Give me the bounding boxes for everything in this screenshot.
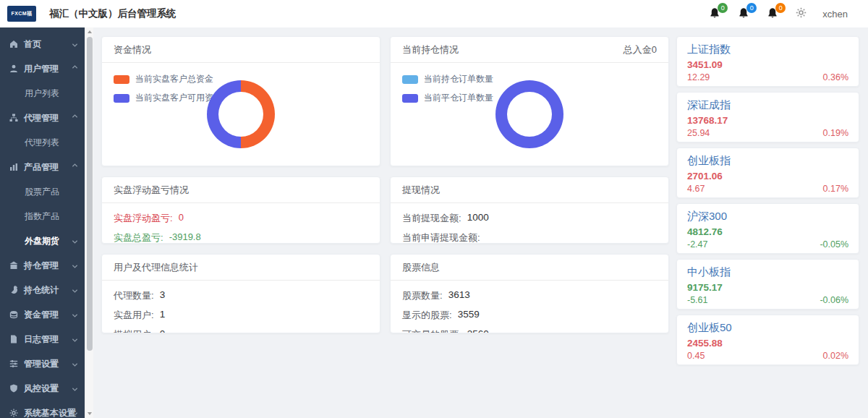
notification-badge: 0 — [746, 3, 757, 13]
sidebar-item-index-products[interactable]: 指数产品 — [0, 204, 85, 229]
positions-donut-chart[interactable] — [495, 80, 563, 148]
card-title: 用户及代理信息统计 — [114, 261, 198, 274]
sidebar-item-position-management[interactable]: 持仓管理 — [0, 253, 85, 278]
sidebar-item-product-management[interactable]: 产品管理 — [0, 155, 85, 179]
legend-item[interactable]: 当前平仓订单数量 — [402, 92, 493, 104]
sidebar-item-admin-settings[interactable]: 管理设置 — [0, 351, 85, 376]
index-change: -5.61 — [687, 295, 708, 305]
index-card-sse: 上证指数 3451.09 12.29 0.36% — [676, 36, 859, 87]
index-value: 4812.76 — [687, 226, 848, 237]
funds-donut-chart[interactable] — [207, 80, 275, 148]
index-name: 深证成指 — [687, 98, 848, 112]
stock-info-card: 股票信息 股票数量:3613 显示的股票:3559 可交易的股票:3560 — [390, 254, 669, 333]
legend-item[interactable]: 当前实盘客户可用资金 — [114, 92, 222, 104]
scroll-up-arrow[interactable] — [85, 27, 94, 36]
shown-stocks-line: 显示的股票:3559 — [402, 309, 657, 322]
chevron-down-icon — [72, 262, 78, 268]
index-name: 沪深300 — [687, 210, 848, 223]
chevron-down-icon — [72, 311, 78, 317]
sidebar-item-home[interactable]: 首页 — [0, 32, 85, 56]
floating-pnl-line: 实盘浮动盈亏:0 — [114, 212, 368, 225]
notification-bell-1[interactable]: 0 — [709, 7, 722, 20]
card-title: 实盘浮动盈亏情况 — [114, 184, 189, 197]
index-value: 13768.17 — [687, 115, 848, 126]
user-agent-stats-card: 用户及代理信息统计 代理数量:3 实盘用户:1 模拟用户:0 — [101, 254, 380, 333]
real-users-line: 实盘用户:1 — [114, 309, 368, 322]
index-percent: 0.19% — [823, 128, 848, 138]
legend-item[interactable]: 当前持仓订单数量 — [402, 73, 493, 85]
card-title: 资金情况 — [114, 43, 151, 56]
funds-icon — [9, 310, 19, 320]
withdraw-request-line: 当前申请提现金额: — [402, 231, 657, 244]
index-change: 4.67 — [687, 184, 705, 194]
position-icon — [9, 261, 19, 270]
index-value: 3451.09 — [687, 59, 848, 70]
chevron-down-icon — [72, 40, 78, 47]
page-scrollbar[interactable] — [85, 27, 93, 418]
index-value: 2701.06 — [687, 171, 848, 182]
index-name: 创业板50 — [687, 321, 848, 335]
sidebar-item-foreign-futures[interactable]: 外盘期货 — [0, 229, 85, 253]
index-percent: 0.36% — [823, 72, 848, 82]
sidebar-item-risk-settings[interactable]: 风控设置 — [0, 376, 85, 401]
chevron-down-icon — [72, 336, 78, 342]
index-card-chinext50: 创业板50 2455.88 0.45 0.02% — [676, 315, 859, 365]
sidebar-item-funds-management[interactable]: 资金管理 — [0, 302, 85, 327]
index-percent: 0.17% — [823, 184, 848, 194]
card-title: 股票信息 — [402, 261, 440, 274]
sidebar-item-agent-list[interactable]: 代理列表 — [0, 130, 85, 155]
username[interactable]: xchen — [822, 9, 848, 20]
withdraw-card: 提现情况 当前提现金额:1000 当前申请提现金额: — [390, 176, 669, 244]
legend-swatch — [114, 75, 129, 84]
total-pnl-line: 实盘总盈亏:-3919.8 — [114, 231, 368, 244]
stock-count-line: 股票数量:3613 — [402, 289, 657, 302]
notification-bell-2[interactable]: 0 — [738, 7, 751, 20]
chevron-down-icon — [72, 385, 78, 391]
sidebar-item-system-settings[interactable]: 系统基本设置 — [0, 401, 85, 418]
chevron-up-icon — [72, 114, 78, 121]
app-title: 福汇（中文版）后台管理系统 — [49, 7, 176, 20]
index-change: -2.47 — [687, 239, 708, 249]
manage-icon — [9, 359, 19, 369]
product-icon — [9, 163, 19, 172]
index-card-chinext: 创业板指 2701.06 4.67 0.17% — [676, 148, 859, 198]
sidebar-item-user-management[interactable]: 用户管理 — [0, 56, 85, 81]
scrollbar-thumb[interactable] — [87, 37, 93, 351]
positions-card: 当前持仓情况 总入金0 当前持仓订单数量 当前平仓订单数量 — [390, 36, 669, 166]
notification-badge: 0 — [775, 3, 786, 13]
settings-gear-icon[interactable] — [796, 7, 807, 21]
chevron-down-icon — [72, 360, 78, 367]
card-title: 提现情况 — [402, 184, 440, 197]
legend-swatch — [402, 94, 418, 103]
chevron-up-icon — [72, 65, 78, 72]
user-icon — [9, 64, 19, 74]
agent-count-line: 代理数量:3 — [114, 289, 368, 302]
sidebar-item-stock-products[interactable]: 股票产品 — [0, 179, 85, 204]
demo-users-line: 模拟用户:0 — [114, 328, 368, 333]
index-card-szse: 深证成指 13768.17 25.94 0.19% — [676, 92, 859, 142]
sidebar-item-position-stats[interactable]: 持仓统计 — [0, 278, 85, 302]
legend-swatch — [402, 75, 418, 84]
sidebar-item-log-management[interactable]: 日志管理 — [0, 327, 85, 351]
withdraw-amount-line: 当前提现金额:1000 — [402, 212, 657, 225]
floating-pnl-card: 实盘浮动盈亏情况 实盘浮动盈亏:0 实盘总盈亏:-3919.8 — [101, 176, 380, 244]
index-change: 0.45 — [687, 351, 705, 361]
legend-item[interactable]: 当前实盘客户总资金 — [114, 73, 222, 85]
index-percent: -0.06% — [820, 295, 848, 305]
total-deposit-label: 总入金0 — [624, 43, 657, 56]
notification-bell-3[interactable]: 0 — [767, 7, 780, 20]
funds-card: 资金情况 当前实盘客户总资金 当前实盘客户可用资金 — [101, 36, 380, 166]
sidebar: 首页 用户管理 用户列表 代理管理 代理列表 产品管理 股票产品 指数产品 外盘… — [0, 27, 85, 418]
sidebar-item-user-list[interactable]: 用户列表 — [0, 81, 85, 106]
legend-swatch — [114, 94, 129, 103]
index-card-sme: 中小板指 9175.17 -5.61 -0.06% — [676, 259, 859, 310]
agent-icon — [9, 114, 19, 123]
app-logo: FXCM福 — [7, 6, 36, 22]
index-change: 25.94 — [687, 128, 710, 138]
index-value: 2455.88 — [687, 338, 848, 349]
main-content: 资金情况 当前实盘客户总资金 当前实盘客户可用资金 — [93, 27, 868, 418]
sidebar-item-agent-management[interactable]: 代理管理 — [0, 106, 85, 130]
scroll-down-arrow[interactable] — [85, 409, 94, 418]
chevron-down-icon — [72, 286, 78, 293]
index-value: 9175.17 — [687, 282, 848, 293]
